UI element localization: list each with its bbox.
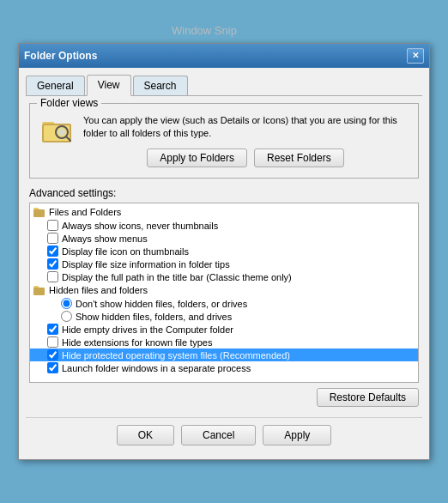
tab-content-view: Folder views xyxy=(26,96,422,415)
svg-point-3 xyxy=(58,129,65,136)
svg-rect-5 xyxy=(33,209,45,217)
folder-options-window: Folder Options ✕ Window Snip General Vie… xyxy=(18,43,430,461)
hide-extensions-checkbox[interactable] xyxy=(47,336,58,348)
section-label: Folder views xyxy=(37,97,101,109)
title-bar-controls: ✕ xyxy=(407,48,424,64)
title-bar: Folder Options ✕ xyxy=(19,44,429,68)
list-item: Files and Folders xyxy=(30,205,418,219)
ok-button[interactable]: OK xyxy=(117,425,174,445)
tab-bar: General View Search xyxy=(26,75,422,96)
advanced-label: Advanced settings: xyxy=(29,187,419,199)
folder-category-icon xyxy=(33,206,45,218)
folder-icon xyxy=(40,114,75,148)
list-item: Always show icons, never thumbnails xyxy=(30,219,418,232)
folder-views-text: You can apply the view (such as Details … xyxy=(83,114,408,141)
list-item: Hide extensions for known file types xyxy=(30,336,418,348)
list-item: Show hidden files, folders, and drives xyxy=(30,310,418,323)
window-body: Window Snip General View Search Folder v… xyxy=(19,68,429,460)
list-item: Display file size information in folder … xyxy=(30,258,418,270)
hide-empty-drives-checkbox[interactable] xyxy=(47,324,58,335)
list-item: Don't show hidden files, folders, or dri… xyxy=(30,297,418,310)
list-item: Display file icon on thumbnails xyxy=(30,245,418,258)
close-button[interactable]: ✕ xyxy=(407,48,424,64)
tab-view[interactable]: View xyxy=(87,75,131,96)
reset-folders-button[interactable]: Reset Folders xyxy=(254,148,344,167)
folder-views-section: Folder views xyxy=(29,103,419,179)
display-file-size-checkbox[interactable] xyxy=(47,258,58,270)
apply-to-folders-button[interactable]: Apply to Folders xyxy=(147,148,247,167)
folder-views-buttons: Apply to Folders Reset Folders xyxy=(83,148,408,167)
list-item: Hide protected operating system files (R… xyxy=(30,348,418,361)
list-item: Hidden files and folders xyxy=(30,283,418,297)
restore-defaults-button[interactable]: Restore Defaults xyxy=(317,388,419,407)
advanced-list[interactable]: Files and Folders Always show icons, nev… xyxy=(29,203,419,383)
tab-search[interactable]: Search xyxy=(133,76,188,95)
folder-views-content: You can apply the view (such as Details … xyxy=(40,114,408,168)
restore-defaults-row: Restore Defaults xyxy=(29,388,419,407)
bottom-buttons: OK Cancel Apply xyxy=(26,417,422,452)
hidden-files-category-icon xyxy=(33,284,45,296)
dont-show-hidden-radio[interactable] xyxy=(61,298,72,309)
cancel-button[interactable]: Cancel xyxy=(181,425,256,445)
background-watermark: Window Snip xyxy=(172,24,237,37)
always-show-icons-checkbox[interactable] xyxy=(47,220,58,231)
folder-views-description: You can apply the view (such as Details … xyxy=(83,114,408,168)
show-hidden-radio[interactable] xyxy=(61,311,72,322)
always-show-menus-checkbox[interactable] xyxy=(47,233,58,244)
list-item: Display the full path in the title bar (… xyxy=(30,270,418,283)
tab-general[interactable]: General xyxy=(26,76,85,95)
launch-folder-windows-checkbox[interactable] xyxy=(47,362,58,373)
display-file-icon-checkbox[interactable] xyxy=(47,245,58,257)
apply-button[interactable]: Apply xyxy=(263,425,331,445)
advanced-list-inner: Files and Folders Always show icons, nev… xyxy=(30,203,418,376)
svg-rect-6 xyxy=(33,288,45,295)
advanced-settings-section: Advanced settings: Files and Folders xyxy=(29,187,419,407)
display-full-path-checkbox[interactable] xyxy=(47,271,58,282)
list-item: Launch folder windows in a separate proc… xyxy=(30,361,418,374)
hide-protected-os-checkbox[interactable] xyxy=(47,349,58,361)
list-item: Always show menus xyxy=(30,232,418,245)
list-item: Hide empty drives in the Computer folder xyxy=(30,323,418,336)
window-title: Folder Options xyxy=(24,50,97,62)
